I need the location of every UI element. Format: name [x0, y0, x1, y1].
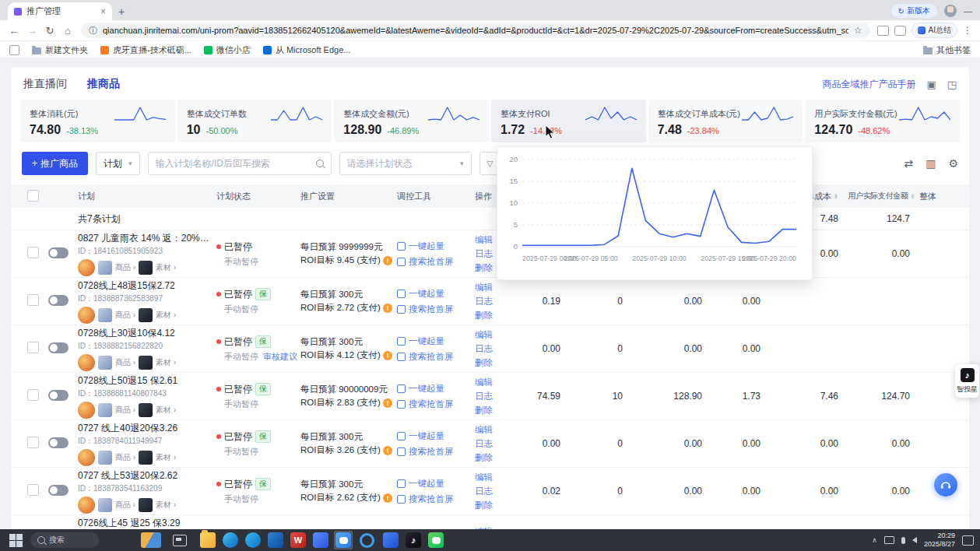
- review-suggestion-link[interactable]: 审核建议: [263, 351, 297, 363]
- action-link[interactable]: 日志: [475, 391, 518, 402]
- plan-name[interactable]: 0727 线上53退20保2.62: [78, 469, 212, 483]
- material-link[interactable]: 素材 ›: [156, 500, 176, 511]
- column-settings-icon[interactable]: ⚙: [948, 157, 958, 170]
- row-checkbox[interactable]: [27, 294, 39, 306]
- stat-card[interactable]: 整体成交订单成本(元) 7.48 -23.84%: [648, 100, 803, 142]
- product-link[interactable]: 商品 ›: [115, 405, 135, 416]
- url-bar[interactable]: ⓘ qianchuan.jinritemai.com/uni-prom?aavi…: [81, 23, 870, 38]
- app-icon-1[interactable]: [311, 531, 330, 549]
- stat-card[interactable]: 整体支付ROI 1.72 -14.43%: [491, 100, 646, 142]
- bookmark-item[interactable]: 微信小店: [204, 44, 251, 56]
- plan-name[interactable]: 0727 线上40退20保3.26: [78, 422, 212, 435]
- tab-product[interactable]: 推商品: [87, 77, 120, 91]
- speaker-icon[interactable]: [912, 537, 917, 543]
- plan-type-select[interactable]: 计划 ▾: [96, 152, 140, 175]
- wps-icon[interactable]: W: [289, 531, 307, 549]
- plan-name[interactable]: 0728线上48退15保2.72: [78, 279, 212, 293]
- bookmark-item[interactable]: 从 Microsoft Edge...: [263, 44, 351, 56]
- start-button[interactable]: [6, 532, 26, 549]
- action-link[interactable]: 编辑: [475, 472, 518, 483]
- product-link[interactable]: 商品 ›: [115, 357, 135, 368]
- row-checkbox[interactable]: [27, 437, 39, 448]
- row-checkbox[interactable]: [27, 247, 39, 258]
- chat-app-icon[interactable]: [334, 531, 353, 549]
- action-link[interactable]: 日志: [475, 486, 518, 497]
- chart-columns-icon[interactable]: ▥: [926, 157, 936, 170]
- taskbar-clock[interactable]: 20:29 2025/8/27: [924, 532, 955, 549]
- plan-search-input[interactable]: 输入计划名称/ID后回车搜索: [148, 152, 332, 175]
- material-link[interactable]: 素材 ›: [156, 405, 176, 416]
- tool-link[interactable]: 一键起量: [397, 240, 475, 252]
- bookmark-item[interactable]: 虎牙直播-技术砥砺...: [100, 44, 191, 56]
- notifications-icon[interactable]: [962, 535, 974, 546]
- action-link[interactable]: 编辑: [475, 424, 518, 436]
- tool-link[interactable]: 一键起量: [397, 288, 475, 300]
- home-icon[interactable]: ⌂: [61, 25, 74, 37]
- action-link[interactable]: 日志: [475, 438, 518, 450]
- stat-card[interactable]: 用户实际支付金额(元) 124.70 -48.62%: [805, 100, 960, 142]
- wechat-icon[interactable]: [427, 531, 445, 549]
- help-button[interactable]: [934, 473, 957, 497]
- action-link[interactable]: 删除: [475, 357, 518, 369]
- tab-live-room[interactable]: 推直播间: [23, 77, 67, 91]
- tool-link[interactable]: 一键起量: [397, 383, 475, 395]
- row-enable-toggle[interactable]: [48, 295, 68, 306]
- action-link[interactable]: 编辑: [475, 329, 518, 341]
- row-enable-toggle[interactable]: [48, 437, 68, 448]
- app-icon-2[interactable]: [381, 531, 400, 549]
- header-user-paid[interactable]: 用户实际支付金额 ▲▼: [848, 191, 919, 202]
- row-enable-toggle[interactable]: [48, 485, 68, 496]
- bookmark-star-icon[interactable]: ☆: [854, 25, 862, 36]
- stat-card[interactable]: 整体成交订单数 10 -50.00%: [177, 100, 332, 142]
- grid-icon[interactable]: ▣: [926, 79, 936, 90]
- plan-name[interactable]: 0728线上50退15 保2.61: [78, 374, 212, 388]
- product-link[interactable]: 商品 ›: [115, 262, 135, 273]
- product-link[interactable]: 商品 ›: [115, 500, 135, 511]
- task-view-button[interactable]: [173, 535, 187, 546]
- apps-grid-icon[interactable]: [9, 45, 19, 55]
- plan-name[interactable]: 0728线上30退10保4.12: [78, 327, 212, 340]
- row-checkbox[interactable]: [27, 484, 39, 496]
- stat-card[interactable]: 整体成交金额(元) 128.90 -46.89%: [334, 100, 489, 142]
- pip-icon[interactable]: [877, 26, 889, 36]
- outlook-icon[interactable]: [266, 531, 285, 549]
- window-minimize-icon[interactable]: —: [964, 6, 972, 16]
- plan-name[interactable]: 0827 儿童雨衣 14% 返：20% 保：9.92: [78, 232, 212, 245]
- avatar[interactable]: [944, 5, 957, 17]
- tool-link[interactable]: 搜索抢首屏: [397, 304, 475, 315]
- row-enable-toggle[interactable]: [48, 342, 68, 353]
- browser-icon[interactable]: [357, 530, 378, 551]
- material-link[interactable]: 素材 ›: [156, 357, 176, 368]
- page-info-icon[interactable]: ⓘ: [89, 25, 97, 37]
- ai-summary-button[interactable]: AI总结: [912, 23, 957, 38]
- tool-link[interactable]: 搜索抢首屏: [397, 493, 475, 505]
- product-link[interactable]: 商品 ›: [115, 452, 135, 463]
- row-enable-toggle[interactable]: [48, 390, 68, 401]
- material-link[interactable]: 素材 ›: [156, 452, 176, 463]
- action-link[interactable]: 日志: [475, 296, 518, 307]
- manual-link[interactable]: 商品全域推广产品手册: [822, 78, 915, 91]
- back-icon[interactable]: ←: [8, 25, 20, 37]
- bookmark-item[interactable]: 新建文件夹: [32, 44, 88, 56]
- select-all-checkbox[interactable]: [27, 190, 39, 202]
- stat-card[interactable]: 整体消耗(元) 74.80 -38.13%: [20, 100, 175, 142]
- tool-link[interactable]: 搜索抢首屏: [397, 446, 475, 458]
- action-link[interactable]: 编辑: [475, 282, 518, 293]
- material-link[interactable]: 素材 ›: [156, 310, 176, 321]
- new-version-badge[interactable]: ↻ 新版本: [891, 4, 937, 18]
- tool-link[interactable]: 一键起量: [397, 335, 475, 347]
- sort-icon[interactable]: ▲▼: [834, 193, 838, 200]
- tool-link[interactable]: 一键起量: [397, 478, 475, 490]
- compare-icon[interactable]: ⇄: [904, 157, 913, 170]
- fullscreen-icon[interactable]: ◳: [947, 79, 957, 90]
- action-link[interactable]: 删除: [475, 452, 518, 464]
- tray-expand-icon[interactable]: ∧: [872, 536, 877, 544]
- browser-tab[interactable]: 推广管理 ×: [8, 2, 112, 20]
- action-link[interactable]: 删除: [475, 310, 518, 321]
- tab-close-icon[interactable]: ×: [100, 6, 106, 17]
- action-link[interactable]: 日志: [475, 343, 518, 355]
- tool-link[interactable]: 搜索抢首屏: [397, 398, 475, 410]
- row-checkbox[interactable]: [27, 389, 39, 401]
- extensions-icon[interactable]: [894, 26, 906, 36]
- widgets-button[interactable]: [141, 532, 161, 548]
